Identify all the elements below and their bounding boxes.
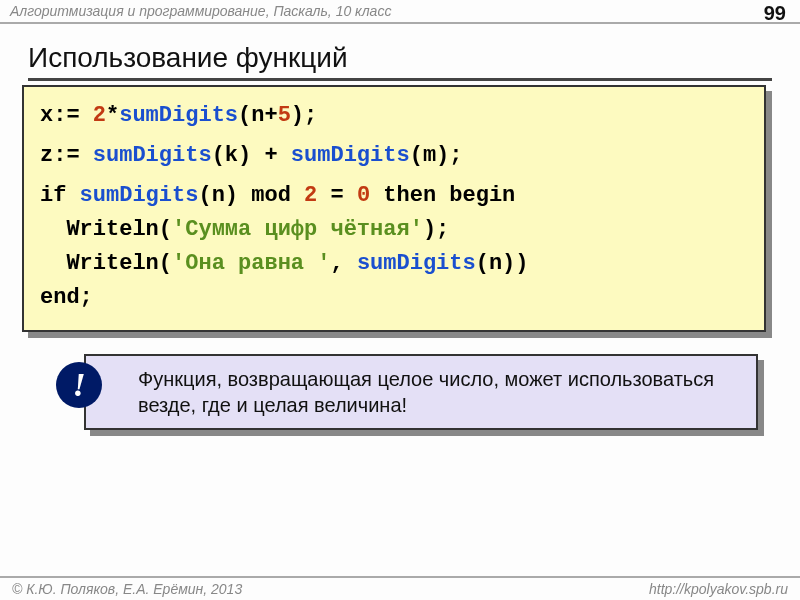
code-line-2: z:= sumDigits(k) + sumDigits(m); <box>40 139 748 173</box>
note-box: ! Функция, возвращающая целое число, мож… <box>84 354 758 430</box>
slide-content: Использование функций x:= 2*sumDigits(n+… <box>0 24 800 436</box>
note-text: Функция, возвращающая целое число, может… <box>138 368 714 416</box>
exclamation-icon: ! <box>56 362 102 408</box>
code-line-3: if sumDigits(n) mod 2 = 0 then begin <box>40 179 748 213</box>
code-block-shadow: x:= 2*sumDigits(n+5); z:= sumDigits(k) +… <box>28 91 772 338</box>
breadcrumb: Алгоритмизация и программирование, Паска… <box>10 3 391 19</box>
page-number: 99 <box>764 2 786 25</box>
note-shadow: ! Функция, возвращающая целое число, мож… <box>90 360 764 436</box>
header-bar: Алгоритмизация и программирование, Паска… <box>0 0 800 24</box>
page-title: Использование функций <box>28 42 772 81</box>
copyright: © К.Ю. Поляков, Е.А. Ерёмин, 2013 <box>12 581 242 597</box>
code-line-1: x:= 2*sumDigits(n+5); <box>40 99 748 133</box>
footer: © К.Ю. Поляков, Е.А. Ерёмин, 2013 http:/… <box>0 576 800 600</box>
footer-link: http://kpolyakov.spb.ru <box>649 581 788 597</box>
code-line-4: Writeln('Сумма цифр чётная'); <box>40 213 748 247</box>
code-line-6: end; <box>40 281 748 315</box>
code-block: x:= 2*sumDigits(n+5); z:= sumDigits(k) +… <box>22 85 766 332</box>
code-line-5: Writeln('Она равна ', sumDigits(n)) <box>40 247 748 281</box>
